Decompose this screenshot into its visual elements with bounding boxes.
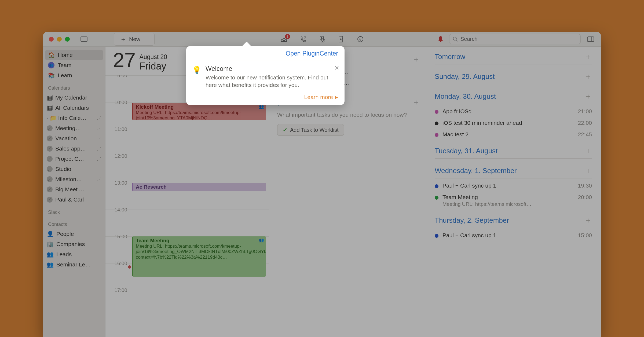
- agenda-item[interactable]: App fr iOSd21:00: [435, 104, 592, 116]
- calendar-item-paulcarl[interactable]: ⋰ Paul & Carl: [45, 195, 103, 205]
- calendar-item-milestone[interactable]: ⋰ Mileston… ⋰: [45, 174, 103, 184]
- agenda-item[interactable]: iOS test 30 min reminder ahead22:00: [435, 116, 592, 127]
- agenda-item-label: Team MeetingMeeting URL: https://teams.m…: [442, 194, 574, 207]
- add-icon[interactable]: ＋: [412, 97, 420, 107]
- inbox-badge: 1: [285, 34, 290, 39]
- toggle-sidebar-button[interactable]: [79, 35, 89, 44]
- contacts-leads[interactable]: 👥 Leads: [45, 249, 103, 259]
- calendar-item-meeting[interactable]: ⋰ Meeting… ⋰: [45, 123, 103, 133]
- color-dot-icon: [435, 196, 438, 200]
- event-ac-research[interactable]: Ac Research: [132, 183, 266, 191]
- zoom-window-button[interactable]: [65, 37, 70, 42]
- color-dot-icon: [435, 122, 438, 125]
- add-icon[interactable]: ＋: [584, 215, 592, 225]
- notification-popover: Open PluginCenter 💡 Welcome Welcome to o…: [186, 46, 345, 105]
- agenda-section: Monday, 30. August＋App fr iOSd21:00iOS t…: [435, 91, 592, 139]
- popover-body-text: Welcome to our new notification system. …: [206, 74, 339, 89]
- home-icon: 🏠: [48, 52, 54, 58]
- shared-calendar-icon: ⋰: [47, 176, 53, 182]
- new-button-label: New: [129, 36, 140, 42]
- search-field[interactable]: [449, 34, 581, 44]
- learn-more-link[interactable]: Learn more ▸: [186, 94, 345, 105]
- agenda-item-label: Paul + Carl sync up 1: [442, 182, 574, 189]
- add-icon[interactable]: ＋: [412, 54, 420, 64]
- notifications-bell-icon[interactable]: [437, 36, 444, 43]
- agenda-title: Wednesday, 1. September: [435, 167, 517, 175]
- calendar-item-bigmeeting[interactable]: ⋰ Big Meetin…: [45, 184, 103, 195]
- leads-icon: 👥: [47, 251, 54, 258]
- color-dot-icon: [435, 234, 438, 238]
- folder-icon: 📁: [50, 115, 56, 121]
- contacts-people[interactable]: 👤 People: [45, 229, 103, 239]
- minimize-window-button[interactable]: [57, 37, 62, 42]
- shared-icon: ⋰: [97, 146, 101, 152]
- currency-button[interactable]: €: [357, 36, 364, 42]
- svg-rect-0: [81, 37, 87, 42]
- shared-icon: ⋰: [97, 136, 101, 141]
- contacts-companies[interactable]: 🏢 Companies: [45, 239, 103, 249]
- agenda-heading[interactable]: Wednesday, 1. September＋: [435, 166, 592, 178]
- add-icon[interactable]: ＋: [584, 91, 592, 101]
- attendees-icon: 👥: [259, 238, 264, 243]
- agenda-title: Sunday, 29. August: [435, 72, 495, 81]
- agenda-item[interactable]: Paul + Carl sync up 115:00: [435, 228, 592, 240]
- calendar-item-all[interactable]: ▦ All Calendars: [45, 103, 103, 113]
- nav-home[interactable]: 🏠 Home: [45, 50, 103, 60]
- inbox-button[interactable]: 1: [280, 36, 287, 42]
- add-task-button[interactable]: ✔ Add Task to Worklist: [277, 124, 344, 136]
- agenda-heading[interactable]: Thursday, 2. September＋: [435, 215, 592, 228]
- nav-team[interactable]: 👥 Team: [45, 60, 103, 70]
- event-kickoff[interactable]: 👥 Kickoff Meeting Meeting URL: https://t…: [132, 103, 266, 120]
- calendar-item-studio[interactable]: ⋰ Studio: [45, 164, 103, 174]
- calendar-item-project[interactable]: ⋰ Project Cal… ⋰: [45, 154, 103, 164]
- color-dot-icon: [435, 110, 438, 114]
- agenda-item[interactable]: Mac test 222:45: [435, 127, 592, 139]
- time-grid[interactable]: 9:0010:0011:0012:0013:0014:0015:0016:001…: [105, 75, 269, 337]
- open-plugincenter-link[interactable]: Open PluginCenter: [286, 50, 338, 57]
- agenda-section: Tuesday, 31. August＋: [435, 146, 592, 159]
- agenda-heading[interactable]: Tuesday, 31. August＋: [435, 146, 592, 159]
- agenda-title: Monday, 30. August: [435, 92, 496, 101]
- slack-section-label: Slack: [45, 205, 103, 217]
- svg-line-7: [456, 40, 458, 41]
- add-icon[interactable]: ＋: [584, 146, 592, 156]
- timer-button[interactable]: [338, 36, 344, 43]
- hour-label: 10:00: [105, 100, 130, 129]
- close-popover-button[interactable]: ✕: [334, 65, 339, 72]
- toggle-right-panel-button[interactable]: [586, 35, 595, 44]
- calendar-item-vacation[interactable]: ⋰ Vacation ⋰: [45, 133, 103, 144]
- team-icon: 👥: [48, 62, 54, 68]
- agenda-item[interactable]: Paul + Carl sync up 119:30: [435, 178, 592, 190]
- nav-learn[interactable]: 📚 Learn: [45, 70, 103, 80]
- agenda-title: Tuesday, 31. August: [435, 147, 497, 155]
- calendar-item-info[interactable]: › 📁 Info Calend… ⋰: [45, 113, 103, 123]
- calendar-item-sales[interactable]: ⋰ Sales appo… ⋰: [45, 144, 103, 154]
- add-icon[interactable]: ＋: [584, 52, 592, 62]
- add-icon[interactable]: ＋: [584, 71, 592, 82]
- agenda-item-time: 19:30: [578, 182, 592, 189]
- contacts-seminar[interactable]: 👥 Seminar Le…: [45, 259, 103, 270]
- agenda-section: Tomorrow＋: [435, 52, 592, 64]
- agenda-item-time: 22:45: [578, 131, 592, 138]
- plus-icon: ＋: [120, 35, 126, 43]
- mute-button[interactable]: [320, 36, 325, 43]
- calendar-item-my[interactable]: ▦ My Calendar: [45, 93, 103, 103]
- search-input[interactable]: [460, 36, 577, 42]
- hour-label: 12:00: [105, 153, 130, 183]
- nav-label: Learn: [58, 72, 72, 79]
- agenda-title: Thursday, 2. September: [435, 216, 509, 225]
- shared-icon: ⋰: [97, 156, 101, 162]
- agenda-item[interactable]: Team MeetingMeeting URL: https://teams.m…: [435, 190, 592, 208]
- month-year: August 20: [140, 53, 167, 61]
- current-time-indicator: [130, 267, 267, 267]
- building-icon: 🏢: [47, 241, 54, 247]
- window-controls: [49, 37, 70, 42]
- new-button[interactable]: ＋ New: [114, 33, 155, 46]
- agenda-heading[interactable]: Sunday, 29. August＋: [435, 71, 592, 84]
- agenda-heading[interactable]: Tomorrow＋: [435, 52, 592, 64]
- event-team-meeting[interactable]: 👥 Team Meeting Meeting URL: https://team…: [132, 236, 266, 277]
- close-window-button[interactable]: [49, 37, 54, 42]
- agenda-heading[interactable]: Monday, 30. August＋: [435, 91, 592, 104]
- call-button[interactable]: [300, 36, 307, 42]
- add-icon[interactable]: ＋: [584, 166, 592, 176]
